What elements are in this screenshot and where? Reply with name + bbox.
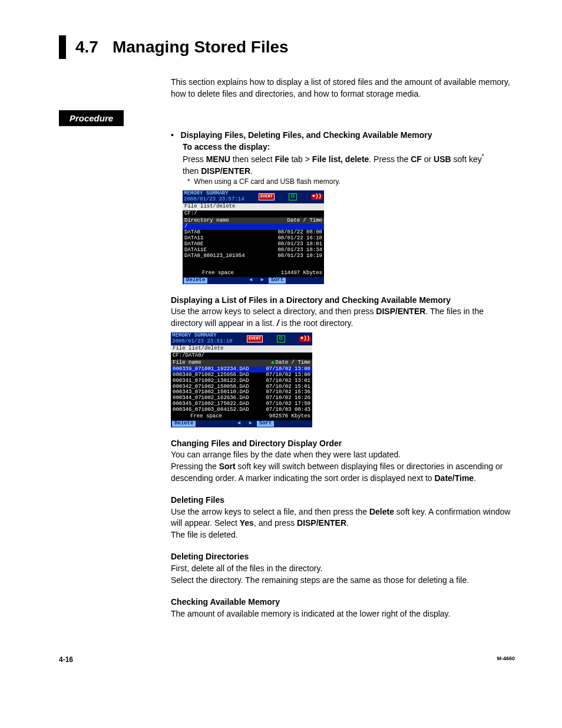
t: Use the arrow keys to select a file, and…: [171, 507, 369, 516]
camera-icon: ◘: [277, 335, 285, 342]
free-space-value: 114497 Kbytes: [281, 271, 322, 276]
section-title: 4.7 Managing Stored Files: [59, 35, 515, 59]
proc6-heading: Checking Available Memory: [171, 597, 515, 608]
t: Pressing the: [171, 462, 219, 471]
proc3-heading: Changing Files and Directory Display Ord…: [171, 438, 515, 450]
t: , and press: [254, 518, 297, 528]
arrow-right-icon[interactable]: ►: [245, 421, 255, 427]
arrow-left-icon[interactable]: ◄: [246, 278, 256, 284]
list-row[interactable]: 000346_071003_084152.DAD07/10/03 08:43: [171, 407, 312, 413]
proc6-l1: The amount of available memory is indica…: [171, 608, 515, 620]
screen2-subbar: File list/delete: [171, 345, 312, 353]
delete-button[interactable]: Delete: [172, 421, 196, 427]
screen1: MEMORY SUMMARY 2008/01/23 23:57:14 EVENT…: [183, 190, 324, 284]
proc3-l1: You can arrange files by the date when t…: [171, 449, 515, 461]
t: .: [250, 166, 253, 176]
proc1-line2: To access the display:: [183, 142, 270, 151]
arrow-right-icon[interactable]: ►: [257, 278, 267, 284]
procedure-label: Procedure: [59, 110, 124, 126]
proc5-l2: Select the directory. The remaining step…: [171, 575, 515, 587]
section-heading: Managing Stored Files: [113, 35, 289, 58]
t: tab >: [289, 154, 312, 164]
kw-date-time: Date/Time: [434, 473, 474, 483]
page-footer: 4-16 M-4660: [59, 655, 515, 665]
proc5-block: Deleting Directories First, delete all o…: [171, 551, 515, 586]
proc1-heading: Displaying Files, Deleting Files, and Ch…: [181, 130, 432, 140]
record-icon: ●)): [299, 336, 311, 342]
kw-disp-enter: DISP/ENTER: [201, 166, 250, 176]
bullet-icon: •: [171, 130, 178, 140]
proc4-l2: The file is deleted.: [171, 529, 515, 541]
list-row[interactable]: DATA0_080123_10195408/01/23 10:19: [183, 253, 324, 259]
t: . Press the: [369, 154, 411, 164]
proc1-block: • Displaying Files, Deleting Files, and …: [171, 130, 515, 284]
t: .: [474, 473, 476, 483]
proc4-block: Deleting Files Use the arrow keys to sel…: [171, 495, 515, 541]
event-icon: EVENT: [259, 193, 275, 200]
arrow-left-icon[interactable]: ◄: [234, 421, 244, 427]
page-number: 4-16: [59, 655, 73, 665]
col-dir-name: Directory name: [184, 218, 229, 224]
screen1-subbar: File list/delete: [183, 203, 324, 210]
screen1-path: CF:/: [183, 210, 324, 218]
proc5-l1: First, delete all of the files in the di…: [171, 563, 515, 575]
footnote-mark: *: [482, 153, 484, 160]
intro-text: This section explains how to display a l…: [171, 77, 515, 100]
t: Use the arrow keys to select a directory…: [171, 307, 376, 316]
screen1-datetime: 2008/01/23 23:57:14: [184, 197, 244, 203]
screen2: MEMORY SUMMARY 2008/01/23 23:51:10 EVENT…: [171, 332, 312, 427]
free-space-label: Free space: [173, 414, 222, 420]
title-bar-icon: [59, 35, 66, 59]
proc5-heading: Deleting Directories: [171, 551, 515, 563]
proc2-block: Displaying a List of Files in a Director…: [171, 295, 515, 427]
kw-sort: Sort: [219, 462, 236, 471]
kw-disp-enter: DISP/ENTER: [297, 518, 346, 528]
screen2-path: CF:/DATA0/: [171, 353, 312, 360]
t: Press: [183, 154, 206, 164]
kw-cf: CF: [411, 154, 422, 164]
proc2-heading: Displaying a List of Files in a Director…: [171, 295, 515, 307]
event-icon: EVENT: [247, 335, 263, 342]
free-space-value: 982576 Kbytes: [269, 414, 310, 420]
footnote-text: When using a CF card and USB flash memor…: [194, 177, 340, 186]
col-date-time: Date / Time: [276, 360, 310, 365]
col-file-name: File name: [173, 360, 201, 366]
proc3-block: Changing Files and Directory Display Ord…: [171, 438, 515, 484]
screen2-datetime: 2008/01/23 23:51:10: [172, 339, 233, 345]
kw-disp-enter: DISP/ENTER: [376, 307, 425, 316]
t: is the root directory.: [279, 318, 353, 328]
sort-button[interactable]: Sort: [257, 421, 275, 427]
col-date-time: Date / Time: [287, 218, 322, 224]
kw-yes: Yes: [240, 518, 254, 528]
delete-button[interactable]: Delete: [184, 278, 207, 284]
t: or: [422, 154, 434, 164]
kw-file: File: [275, 154, 289, 164]
proc6-block: Checking Available Memory The amount of …: [171, 597, 515, 620]
sort-marker-icon: ▲: [271, 360, 274, 365]
sort-button[interactable]: Sort: [269, 278, 286, 284]
free-space-label: Free space: [184, 271, 234, 276]
doc-id: M-4660: [497, 655, 515, 665]
kw-menu: MENU: [206, 154, 230, 164]
kw-usb: USB: [434, 154, 451, 164]
t: soft key: [451, 154, 482, 164]
kw-file-list-delete: File list, delete: [312, 154, 369, 164]
record-icon: ●)): [311, 194, 323, 200]
section-number: 4.7: [75, 35, 98, 58]
camera-icon: ◘: [289, 193, 296, 200]
footnote-star: *: [187, 177, 190, 186]
t: then select: [230, 154, 275, 164]
t: then: [183, 166, 201, 176]
proc4-heading: Deleting Files: [171, 495, 515, 506]
t: .: [346, 518, 349, 528]
kw-delete: Delete: [369, 507, 394, 516]
